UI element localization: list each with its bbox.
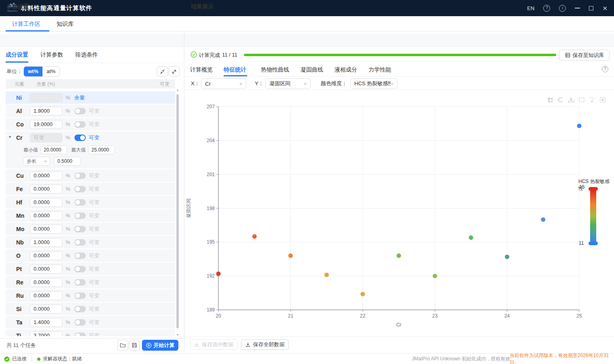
element-content-input[interactable] [30,305,62,314]
percent-sign: % [66,292,70,299]
variable-label: 可变 [89,239,100,246]
max-value-input[interactable] [88,145,115,154]
y-axis-value: 凝固区间 [269,80,290,87]
scroll-down-icon[interactable]: ▼ [176,333,179,336]
maximize-button[interactable] [589,6,593,11]
element-content-input[interactable] [30,171,62,180]
variable-toggle[interactable] [74,173,86,179]
tab-mechanical-properties[interactable]: 力学性能 [368,63,391,76]
language-switch[interactable]: EN [527,5,534,11]
collapse-all-button[interactable] [157,66,168,77]
element-row-Hf: Hf%可变 [6,196,175,208]
element-row-Co: Co%可变 [6,118,175,130]
tab-composition[interactable]: 成分设置 [6,47,28,63]
element-list-scrollbar[interactable]: ▲ ▼ [176,88,180,336]
variable-toggle[interactable] [74,121,86,128]
variable-toggle[interactable] [74,239,86,246]
element-content-input[interactable] [30,107,62,116]
unit-at-button[interactable]: at% [42,67,59,76]
tab-feature-statistics[interactable]: 特征统计 [224,63,246,76]
tab-liquid-composition[interactable]: 液相成分 [335,63,357,76]
y-axis-select[interactable]: 凝固区间 ∨ [265,78,311,89]
element-content-input[interactable] [30,238,62,247]
info-icon[interactable]: i [559,5,566,12]
min-label: 最小值 [23,147,38,154]
minimize-button[interactable] [575,8,580,8]
tab-filter-criteria[interactable]: 筛选条件 [75,47,98,63]
element-content-input[interactable] [30,331,62,337]
save-selected-data-button[interactable]: 保存选中数据 [190,339,237,350]
open-file-button[interactable] [117,340,128,351]
unit-wt-button[interactable]: wt% [24,67,42,76]
element-content-input[interactable] [30,133,62,142]
scatter-point[interactable] [505,255,509,259]
help-icon[interactable]: ? [543,5,550,12]
variable-toggle[interactable] [74,292,86,299]
element-content-input[interactable] [30,265,62,274]
scrollbar-thumb[interactable] [176,94,179,328]
variable-toggle[interactable] [74,306,86,312]
element-content-input[interactable] [30,318,62,327]
variable-toggle[interactable] [74,186,86,192]
scatter-point[interactable] [433,274,437,278]
step-value-input[interactable] [54,157,81,166]
chevron-down-icon: ∨ [44,159,47,163]
tab-calc-params[interactable]: 计算参数 [40,47,63,63]
tab-thermophysical-curves[interactable]: 热物性曲线 [261,63,289,76]
scatter-point[interactable] [360,292,365,296]
scatter-point[interactable] [469,236,473,240]
scatter-point[interactable] [577,124,582,128]
variable-toggle[interactable] [74,252,86,259]
scatter-point[interactable] [216,271,221,276]
variable-toggle[interactable] [74,332,86,337]
caret-down-icon[interactable]: ▾ [9,135,11,139]
colorbar-handle-top[interactable] [589,187,598,191]
variable-toggle[interactable] [74,108,86,114]
scatter-point[interactable] [252,234,257,239]
colorbar-gradient[interactable] [590,190,596,242]
scatter-point[interactable] [288,253,293,258]
variable-toggle[interactable] [74,226,86,232]
element-content-input[interactable] [30,291,62,300]
element-content-input[interactable] [30,120,62,129]
y-axis-label: Y： [255,80,264,87]
variable-toggle[interactable] [74,319,86,326]
scatter-point[interactable] [541,217,545,222]
variable-toggle[interactable] [74,266,86,272]
element-row-Mo: Mo%可变 [6,223,175,235]
element-content-input[interactable] [30,251,62,260]
scatter-point[interactable] [324,273,329,277]
scatter-point[interactable] [397,253,401,258]
scroll-up-icon[interactable]: ▲ [176,88,179,91]
save-config-button[interactable] [129,340,140,351]
tab-knowledge-base[interactable]: 知识库 [57,16,74,32]
tab-calc-overview[interactable]: 计算概览 [190,63,213,76]
save-to-knowledge-base-button[interactable]: 保存至知识库 [559,50,610,61]
unit-label: 单位： [6,68,22,75]
element-content-input[interactable] [30,93,62,102]
save-all-data-button[interactable]: 保存全部数据 [241,339,289,350]
element-content-input[interactable] [30,225,62,234]
start-calculation-button[interactable]: 开始计算 [142,340,178,351]
variable-toggle[interactable] [74,199,86,206]
tab-solidification-curves[interactable]: 凝固曲线 [301,63,323,76]
variable-toggle[interactable] [74,213,86,219]
element-content-input[interactable] [30,198,62,207]
chart-help-icon[interactable]: ? [602,66,608,72]
element-content-input[interactable] [30,278,62,287]
step-mode-select[interactable]: 步长∨ [23,157,50,166]
element-content-input[interactable] [30,211,62,220]
min-value-input[interactable] [40,145,67,154]
expand-button[interactable] [169,66,180,77]
colorbar-handle-bottom[interactable] [589,242,598,245]
variable-label: 可变 [89,265,100,273]
variable-toggle[interactable] [74,279,86,286]
element-content-input[interactable] [30,185,62,194]
tab-workspace[interactable]: 计算工作区 [12,16,40,32]
svg-text:204: 204 [207,138,215,143]
color-dimension-select[interactable]: HCS 热裂敏感性 ∨ [350,78,398,89]
close-button[interactable]: ✕ [602,5,608,11]
element-symbol: Al [16,108,30,114]
variable-toggle[interactable] [74,135,86,141]
x-axis-select[interactable]: Cr ∨ [201,78,246,89]
